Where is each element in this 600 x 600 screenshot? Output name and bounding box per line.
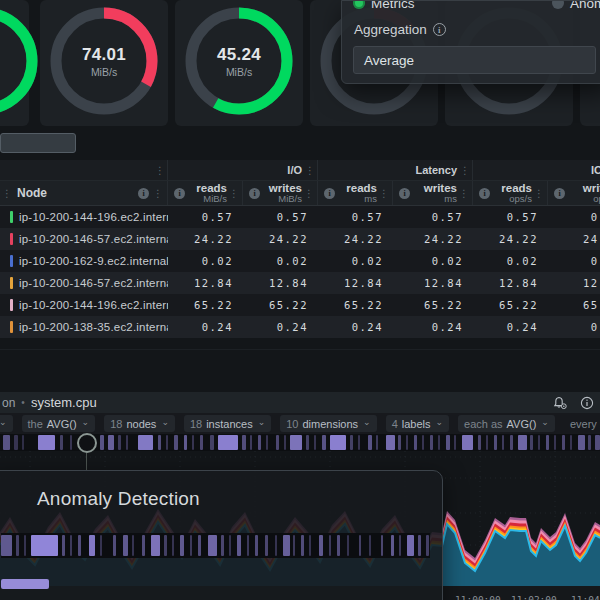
- filter-chip[interactable]: each asAVG()⌄: [458, 415, 555, 432]
- anomaly-segment: [138, 435, 153, 450]
- value-cell: 24.22: [168, 228, 243, 250]
- chart-title: system.cpu: [31, 395, 97, 410]
- value-cell: 24.22: [318, 228, 393, 250]
- table-group-header[interactable]: IOPS⋮: [473, 160, 600, 180]
- chevron-down-icon: ⌄: [363, 417, 371, 427]
- node-cell[interactable]: ip-10-200-146-57.ec2.internal: [0, 228, 168, 250]
- column-menu-icon[interactable]: ⋮: [155, 165, 165, 176]
- column-menu-icon[interactable]: ⋮: [460, 165, 470, 176]
- column-info-icon[interactable]: i: [479, 188, 490, 199]
- metrics-radio-option[interactable]: Metrics: [353, 0, 415, 11]
- node-color-swatch: [10, 321, 13, 333]
- node-cell[interactable]: ip-10-200-144-196.ec2.internal: [0, 206, 168, 228]
- aggregation-select[interactable]: Average: [353, 46, 596, 74]
- filter-chip[interactable]: 18nodes⌄: [104, 415, 175, 432]
- chevron-down-icon: ⌄: [258, 417, 266, 427]
- table-column-header[interactable]: ireadsMiB/s⋮: [168, 181, 243, 205]
- table-column-header[interactable]: iwritesms⋮: [393, 181, 473, 205]
- filter-chip[interactable]: 18instances⌄: [184, 415, 271, 432]
- value-cell: 65.22: [548, 294, 600, 316]
- node-cell[interactable]: ip-10-200-138-35.ec2.internal: [0, 316, 168, 338]
- gauge-unit: MiB/s: [49, 66, 159, 78]
- sort-icon[interactable]: ⋮: [379, 188, 389, 199]
- anomaly-segment: [330, 435, 346, 450]
- annotation-marker-stem: [86, 453, 87, 470]
- aggregation-selected-value: Average: [364, 53, 414, 68]
- table-row[interactable]: ip-10-200-138-35.ec2.internal0.240.240.2…: [0, 316, 600, 338]
- sort-icon[interactable]: ⋮: [229, 188, 239, 199]
- anomaly-segment: [247, 535, 249, 556]
- anomaly-segment: [200, 435, 203, 450]
- info-icon[interactable]: [580, 396, 594, 410]
- column-menu-icon[interactable]: ⋮: [153, 188, 163, 199]
- alert-bell-gear-icon[interactable]: [553, 396, 568, 410]
- anomaly-segment: [369, 535, 371, 556]
- table-column-header[interactable]: iwritesMiB/s⋮: [243, 181, 318, 205]
- node-cell[interactable]: ip-10-200-144-196.ec2.internal: [0, 294, 168, 316]
- sort-icon[interactable]: ⋮: [304, 188, 314, 199]
- column-info-icon[interactable]: i: [174, 188, 185, 199]
- table-row[interactable]: ip-10-200-144-196.ec2.internal65.2265.22…: [0, 294, 600, 316]
- table-row[interactable]: ip-10-200-146-57.ec2.internal12.8412.841…: [0, 272, 600, 294]
- time-tick-label: 11:04:00: [571, 594, 600, 600]
- node-cell[interactable]: ip-10-200-162-9.ec2.internal: [0, 250, 168, 272]
- table-column-header[interactable]: ⋮Nodei⋮: [0, 181, 168, 205]
- anomaly-segment: [250, 435, 252, 450]
- node-name: ip-10-200-162-9.ec2.internal: [19, 255, 168, 267]
- anomaly-segment: [24, 535, 26, 556]
- annotation-marker-circle[interactable]: [77, 433, 97, 453]
- anomaly-segment: [530, 435, 533, 450]
- table-row[interactable]: ip-10-200-146-57.ec2.internal24.2224.222…: [0, 228, 600, 250]
- metrics-aggregation-popup: Metrics Anomalies Aggregation i Average: [341, 0, 600, 84]
- anomaly-segment: [462, 435, 473, 450]
- filter-chip[interactable]: ⌄: [0, 415, 13, 432]
- anomalies-radio-option[interactable]: Anomalies: [552, 0, 600, 11]
- partial-gray-button[interactable]: [0, 133, 76, 153]
- table-row[interactable]: ip-10-200-162-9.ec2.internal0.020.020.02…: [0, 250, 600, 272]
- value-cell: 0.24: [473, 316, 548, 338]
- chevron-down-icon: ⌄: [436, 417, 444, 427]
- aggregation-info-icon[interactable]: i: [433, 23, 446, 36]
- value-cell: 12.84: [548, 272, 600, 294]
- anomaly-segment: [406, 435, 408, 450]
- table-column-header[interactable]: ireadsms⋮: [318, 181, 393, 205]
- table-group-header[interactable]: Latency⋮: [318, 160, 473, 180]
- sort-icon[interactable]: ⋮: [459, 188, 469, 199]
- anomaly-segment: [123, 535, 128, 556]
- column-info-icon[interactable]: i: [324, 188, 335, 199]
- dashboard-root: 74.01MiB/s45.24MiB/s ⋮I/O⋮Latency⋮IOPS⋮ …: [0, 0, 600, 600]
- anomaly-segment: [89, 535, 95, 556]
- anomaly-popup-title: Anomaly Detection: [37, 488, 200, 510]
- anomaly-segment: [430, 435, 433, 450]
- filter-chip[interactable]: every 1s: [564, 415, 600, 432]
- filter-chip[interactable]: 10dimensions⌄: [280, 415, 376, 432]
- table-group-header[interactable]: I/O⋮: [168, 160, 318, 180]
- anomaly-segment: [184, 435, 187, 450]
- anomaly-segment: [399, 535, 401, 556]
- column-info-icon[interactable]: i: [399, 188, 410, 199]
- anomaly-popup-ribbon[interactable]: [1, 533, 430, 558]
- table-column-header[interactable]: iwritesops/s⋮: [548, 181, 600, 205]
- anomaly-segment: [113, 535, 116, 556]
- value-cell: 0.57: [393, 206, 473, 228]
- radio-unselected-icon[interactable]: [552, 0, 564, 9]
- column-menu-icon[interactable]: ⋮: [305, 165, 315, 176]
- anomaly-segment: [255, 535, 258, 556]
- sort-icon[interactable]: ⋮: [534, 188, 544, 199]
- radio-selected-icon[interactable]: [353, 0, 365, 9]
- column-info-icon[interactable]: i: [554, 188, 565, 199]
- value-cell: 0.57: [243, 206, 318, 228]
- anomaly-segment: [78, 535, 81, 556]
- anomaly-segment: [242, 435, 246, 450]
- table-row[interactable]: ip-10-200-144-196.ec2.internal0.570.570.…: [0, 206, 600, 228]
- column-info-icon[interactable]: i: [249, 188, 260, 199]
- table-group-header[interactable]: ⋮: [0, 160, 168, 180]
- filter-chip[interactable]: 4labels⌄: [386, 415, 449, 432]
- filter-chip[interactable]: theAVG()⌄: [22, 415, 96, 432]
- anomaly-segment: [258, 435, 261, 450]
- drag-handle-icon[interactable]: ⋮: [2, 188, 12, 199]
- table-column-header[interactable]: ireadsops/s⋮: [473, 181, 548, 205]
- column-info-icon[interactable]: i: [138, 188, 149, 199]
- node-name: ip-10-200-146-57.ec2.internal: [19, 277, 168, 289]
- node-cell[interactable]: ip-10-200-146-57.ec2.internal: [0, 272, 168, 294]
